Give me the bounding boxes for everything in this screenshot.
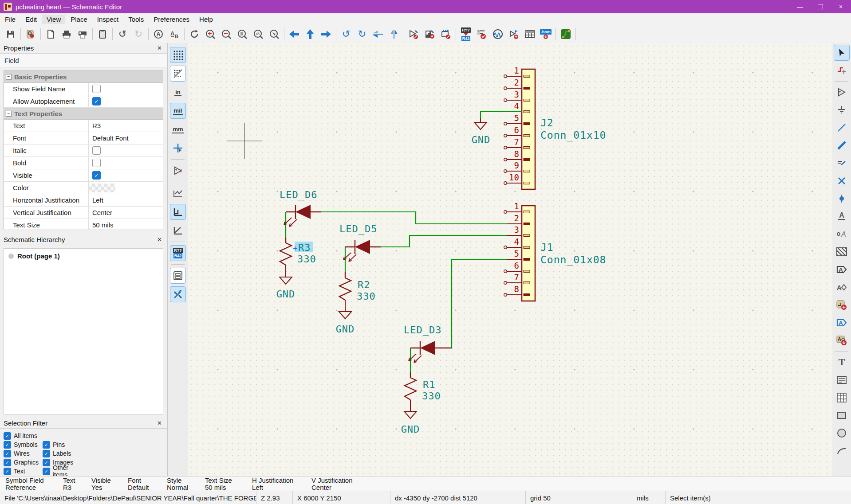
units-mils-button[interactable]: mil (170, 103, 186, 119)
filter-all-items-checkbox[interactable]: ✓ (4, 432, 11, 440)
led-d5-label[interactable]: LED_D5 (339, 223, 377, 234)
hierarchy-root-item[interactable]: Root (page 1) (4, 249, 163, 263)
place-power-port-button[interactable] (834, 102, 850, 118)
rotate-ccw-button[interactable]: ↺ (338, 27, 354, 42)
collapse-icon[interactable]: − (6, 74, 12, 80)
nav-back-button[interactable] (286, 27, 302, 42)
page-settings-button[interactable] (43, 27, 59, 42)
simulator-button[interactable] (490, 27, 506, 42)
hierarchy-close-icon[interactable]: ✕ (155, 236, 164, 243)
menu-preferences[interactable]: Preferences (149, 15, 194, 24)
gnd-label[interactable]: GND (401, 424, 420, 435)
import-sheet-pin-button[interactable] (834, 297, 850, 313)
free-angle-wires-button[interactable] (170, 185, 186, 201)
filter-symbols-checkbox[interactable]: ✓ (4, 441, 11, 449)
menu-help[interactable]: Help (195, 15, 217, 24)
mirror-horizontal-button[interactable] (386, 27, 402, 42)
table-tool-button[interactable] (834, 390, 850, 406)
collapse-icon[interactable]: − (6, 111, 12, 117)
bus-entry-button[interactable] (834, 155, 850, 171)
gnd-label[interactable]: GND (336, 324, 355, 335)
symbol-fields-table-button[interactable] (522, 27, 538, 42)
library-browser-button[interactable] (422, 27, 438, 42)
zoom-fit-objects-button[interactable] (250, 27, 266, 42)
led-d6-label[interactable]: LED_D6 (280, 189, 317, 200)
draw-rectangle-button[interactable] (834, 407, 850, 423)
symbol-editor-button[interactable] (406, 27, 422, 42)
hierarchy-navigator-button[interactable] (170, 268, 186, 284)
menu-inspect[interactable]: Inspect (93, 15, 123, 24)
text-tool-button[interactable]: T (834, 354, 850, 370)
sheet-pin-button[interactable]: A (834, 315, 850, 331)
selection-filter-close-icon[interactable]: ✕ (155, 420, 164, 426)
find-button[interactable]: A (150, 27, 166, 42)
j2-value[interactable]: Conn_01x10 (540, 129, 606, 141)
menu-place[interactable]: Place (66, 15, 92, 24)
show-field-name-checkbox[interactable] (92, 85, 101, 93)
units-inches-button[interactable]: in (170, 84, 186, 100)
zoom-out-button[interactable] (218, 27, 234, 42)
redo-button[interactable]: ↻ (130, 27, 146, 42)
menu-edit[interactable]: Edit (21, 15, 41, 24)
j2-connector[interactable]: 1 2 3 4 5 6 7 8 9 10 J2 Conn_01x10 (504, 66, 607, 189)
save-button[interactable] (3, 27, 19, 42)
schematic-canvas[interactable]: 1 2 3 4 5 6 7 8 9 10 J2 Conn_01x10 (188, 43, 832, 476)
filter-pins-checkbox[interactable]: ✓ (43, 441, 50, 449)
basic-properties-section[interactable]: − Basic Properties (4, 71, 163, 83)
refresh-button[interactable] (186, 27, 202, 42)
hierarchical-label-button[interactable]: A (834, 262, 850, 277)
plot-button[interactable] (75, 27, 91, 42)
grid-overrides-button[interactable] (170, 66, 186, 82)
ninety-degree-wires-button[interactable] (170, 204, 186, 220)
hierarchical-sheet-button[interactable] (834, 244, 850, 260)
print-button[interactable] (59, 27, 75, 42)
zoom-selection-button[interactable] (266, 27, 282, 42)
r1-value[interactable]: 330 (422, 391, 441, 402)
junction-button[interactable] (834, 191, 850, 207)
nav-forward-button[interactable] (318, 27, 334, 42)
mirror-vertical-button[interactable] (370, 27, 386, 42)
select-tool-button[interactable] (834, 45, 850, 61)
filter-labels-checkbox[interactable]: ✓ (43, 450, 50, 457)
nav-up-button[interactable] (302, 27, 318, 42)
resistor-r1[interactable]: R1 330 (405, 372, 441, 402)
filter-wires-checkbox[interactable]: ✓ (4, 450, 11, 457)
close-button[interactable]: × (831, 0, 851, 13)
draw-wire-button[interactable] (834, 120, 850, 136)
led-d3-label[interactable]: LED_D3 (404, 324, 441, 336)
draw-bus-button[interactable] (834, 137, 850, 153)
hjust-value-field[interactable]: Left (88, 194, 163, 206)
net-label-button[interactable]: A (834, 208, 850, 224)
menu-view[interactable]: View (42, 15, 65, 24)
show-hidden-pins-button[interactable] (170, 163, 186, 179)
resistor-r3[interactable]: + R3 330 (280, 238, 316, 265)
draw-circle-button[interactable] (834, 425, 850, 441)
units-mm-button[interactable]: mm (170, 121, 186, 137)
italic-checkbox[interactable] (92, 146, 101, 155)
zoom-in-button[interactable] (202, 27, 218, 42)
text-size-value-field[interactable]: 50 mils (88, 219, 163, 230)
r3-reference[interactable]: R3 (298, 242, 311, 253)
resistor-r2[interactable]: R2 330 (339, 272, 376, 302)
open-pcb-editor-button[interactable] (558, 27, 574, 42)
grid-visibility-button[interactable] (170, 47, 186, 63)
j2-reference[interactable]: J2 (540, 117, 554, 129)
led-d3[interactable]: LED_D3 (404, 324, 452, 363)
highlight-net-button[interactable] (834, 63, 850, 78)
erc-button[interactable] (474, 27, 490, 42)
zoom-fit-page-button[interactable] (234, 27, 250, 42)
visible-checkbox[interactable]: ✓ (92, 171, 101, 180)
properties-panel-toggle-button[interactable] (170, 286, 186, 302)
assign-footprints-button[interactable] (506, 27, 522, 42)
text-properties-section[interactable]: − Text Properties (4, 108, 163, 120)
r2-value[interactable]: 330 (357, 291, 376, 302)
bom-button[interactable]: .bom (538, 27, 554, 42)
text-box-button[interactable] (834, 372, 850, 388)
font-value-field[interactable]: Default Font (88, 132, 163, 144)
menu-tools[interactable]: Tools (124, 15, 148, 24)
footprint-editor-button[interactable] (438, 27, 454, 42)
global-label-button[interactable]: A (834, 226, 850, 242)
r3-value[interactable]: 330 (297, 254, 316, 265)
filter-text-checkbox[interactable]: ✓ (4, 468, 11, 475)
j1-connector[interactable]: 1 2 3 4 5 6 7 8 J1 Conn_01x08 (504, 201, 607, 301)
